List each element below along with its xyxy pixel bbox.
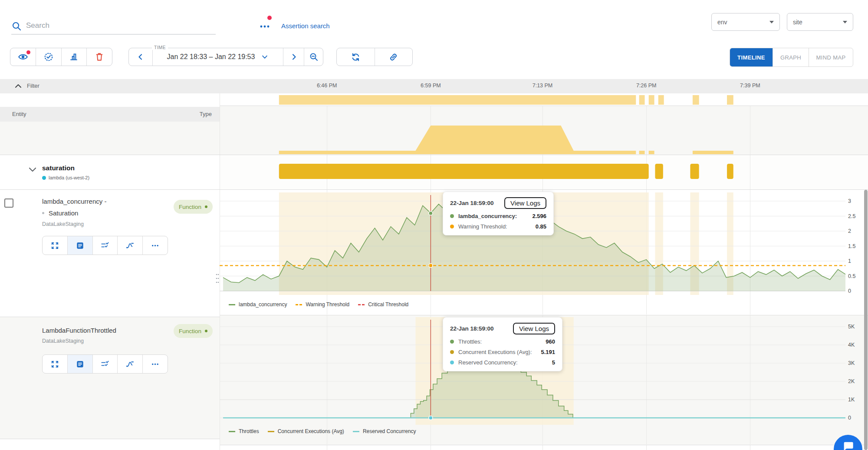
saturation-timeline-canvas[interactable] (220, 155, 845, 189)
more-options-icon[interactable] (259, 24, 271, 29)
chart-view-button[interactable] (61, 48, 87, 66)
scrollbar-thumb[interactable] (864, 190, 868, 450)
assertion-strip-segment (279, 95, 636, 105)
tooltip-metric-row: Warning Threshold:0.85 (450, 223, 546, 230)
group-saturation-segment (693, 151, 733, 154)
share-link-button[interactable] (375, 48, 413, 66)
y-axis-tick-label: 0 (848, 415, 851, 421)
site-select[interactable]: site (787, 13, 853, 31)
chat-bubble-icon (842, 440, 854, 450)
assertion-search-link[interactable]: Assertion search (281, 22, 330, 30)
legend-label: lambda_concurrency (239, 301, 287, 308)
tooltip-metric-row: Reserved Concurrency:5 (450, 359, 555, 366)
type-column-header: Type (200, 111, 212, 117)
tooltip-metric-row: Throttles:960 (450, 338, 555, 345)
metric-curve-button[interactable] (117, 355, 142, 373)
saturation-bar-segment[interactable] (279, 164, 649, 179)
cursor-point-threshold (429, 264, 433, 268)
assertion-strip-canvas[interactable] (220, 93, 845, 106)
time-next-button[interactable] (283, 48, 304, 66)
tooltip-metric-label: Reserved Concurrency: (458, 359, 552, 366)
y-axis-tick-label: 2 (848, 228, 851, 234)
tab-timeline[interactable]: TIMELINE (730, 48, 773, 66)
chart2-tooltip: 22-Jan 18:59:00 View Logs Throttles:960C… (443, 317, 562, 371)
time-axis-label: 7:26 PM (636, 83, 657, 89)
more-button[interactable] (142, 236, 168, 255)
more-button[interactable] (142, 355, 168, 373)
logs-button[interactable] (67, 355, 92, 373)
env-select[interactable]: env (711, 13, 780, 31)
chevron-down-icon[interactable] (29, 167, 36, 172)
group-saturation-band (279, 126, 636, 154)
legend-item[interactable]: Throttles (229, 428, 259, 434)
legend-label: Warning Threshold (306, 301, 349, 308)
entity-row-saturation[interactable]: saturation lambda (us-west-2) (0, 155, 220, 189)
saturation-bar-segment[interactable] (727, 164, 733, 179)
time-axis-label: 6:46 PM (317, 83, 337, 89)
legend-swatch (353, 431, 359, 432)
time-prev-button[interactable] (129, 48, 152, 66)
assertion-strip-segment (693, 95, 699, 105)
visibility-button[interactable] (10, 48, 36, 66)
panel-resize-grip[interactable] (215, 273, 220, 284)
assertions-list-icon (100, 360, 109, 369)
assertions-button[interactable] (92, 236, 118, 255)
expand-button[interactable] (43, 236, 67, 255)
app-window: Assertion search env site (0, 0, 868, 450)
assertions-button[interactable] (92, 355, 118, 373)
link-icon (388, 52, 398, 62)
entity-row-lambdafunctionthrottled[interactable]: LambdaFunctionThrottled DataLakeStaging … (0, 317, 220, 439)
view-logs-button[interactable]: View Logs (504, 197, 546, 209)
series-color-dot (450, 225, 454, 228)
chart1-legend: lambda_concurrencyWarning ThresholdCriti… (229, 301, 408, 308)
assertions-badge-button[interactable] (36, 48, 61, 66)
metric-title: lambda_concurrency - (42, 198, 106, 205)
search-input[interactable] (25, 21, 192, 30)
legend-item[interactable]: Reserved Concurrency (353, 428, 416, 434)
search-underline (11, 34, 216, 35)
legend-label: Throttles (239, 428, 259, 434)
y-axis-tick-label: 1K (848, 397, 855, 403)
group-saturation-segment (649, 151, 654, 154)
view-logs-button[interactable]: View Logs (513, 323, 555, 334)
legend-item[interactable]: Critical Threshold (358, 301, 408, 308)
badge-check-icon (43, 52, 54, 62)
expand-button[interactable] (43, 355, 67, 373)
collapse-filter-icon[interactable] (15, 83, 22, 89)
zoom-out-button[interactable] (304, 48, 323, 66)
bullet-dot (42, 212, 44, 214)
group-saturation-segment (639, 151, 645, 154)
series-color-dot (450, 214, 454, 218)
metric-curve-button[interactable] (117, 236, 142, 255)
lambda-type-dot (42, 176, 46, 180)
row-checkbox[interactable] (4, 199, 13, 208)
entity-row-datalakestaging[interactable]: DataLakeStaging lambda (us-west-2) Funct… (0, 122, 220, 155)
legend-item[interactable]: Warning Threshold (296, 301, 349, 308)
time-range-picker[interactable]: Jan 22 18:33 – Jan 22 19:53 (152, 48, 283, 66)
tab-graph[interactable]: GRAPH (773, 48, 809, 66)
env-select-value: env (717, 19, 727, 26)
assertion-strip-segment (649, 95, 654, 105)
legend-item[interactable]: lambda_concurrency (229, 301, 287, 308)
saturation-bar-segment[interactable] (690, 164, 699, 179)
tooltip-metric-label: Throttles: (458, 338, 546, 345)
tab-mind-map[interactable]: MIND MAP (809, 48, 853, 66)
logs-button[interactable] (67, 236, 92, 255)
group-saturation-band-canvas[interactable] (220, 106, 845, 155)
assertion-strip-segment (658, 95, 664, 105)
legend-item[interactable]: Concurrent Executions (Avg) (268, 428, 344, 434)
metric-action-bar (42, 354, 168, 374)
delete-button[interactable] (86, 48, 112, 66)
site-select-value: site (793, 19, 802, 26)
assertion-name: saturation (42, 164, 75, 172)
saturation-bar-segment[interactable] (655, 164, 663, 179)
cursor-point-reserved (429, 416, 433, 420)
entity-row-lambda-concurrency[interactable]: lambda_concurrency - Saturation DataLake… (0, 190, 220, 317)
chevron-down-icon (769, 21, 774, 23)
refresh-button[interactable] (337, 48, 375, 66)
tooltip-metric-value: 0.85 (536, 223, 546, 230)
refresh-share-group (336, 48, 413, 66)
zoom-out-icon (309, 52, 319, 62)
series-color-dot (450, 350, 454, 354)
expand-icon (50, 360, 59, 369)
